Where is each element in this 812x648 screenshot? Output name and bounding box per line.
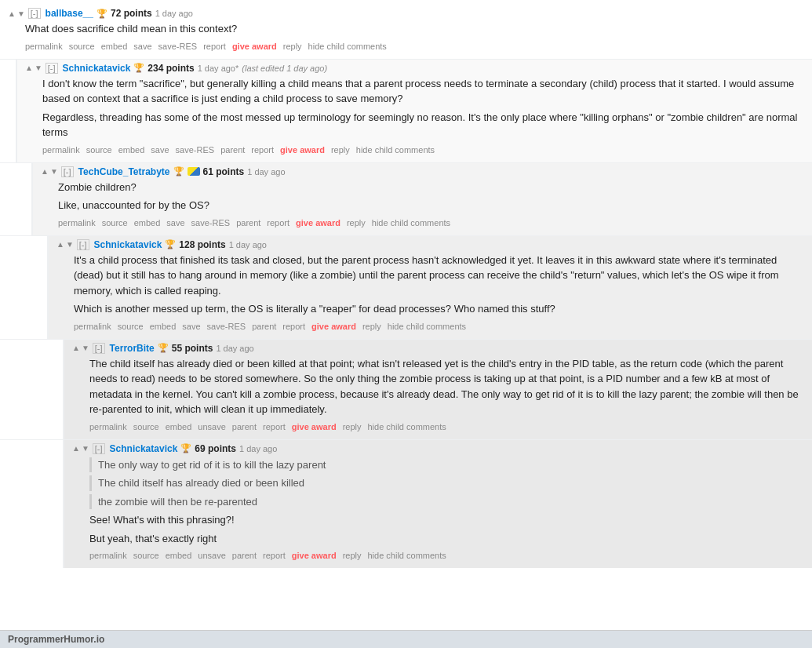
permalink-link[interactable]: permalink bbox=[74, 322, 111, 331]
save-link[interactable]: save bbox=[133, 42, 151, 51]
reply-link[interactable]: reply bbox=[283, 42, 302, 51]
give-award-link[interactable]: give award bbox=[232, 42, 277, 51]
vote-arrows[interactable]: ▲ ▼ bbox=[8, 9, 25, 18]
username[interactable]: Schnickatavick bbox=[94, 239, 162, 250]
vote-arrows[interactable]: ▲ ▼ bbox=[56, 240, 74, 249]
vote-arrows[interactable]: ▲ ▼ bbox=[41, 167, 58, 176]
collapse-button[interactable]: [-] bbox=[46, 63, 58, 74]
vote-arrows[interactable]: ▲ ▼ bbox=[25, 64, 42, 72]
report-link[interactable]: report bbox=[251, 145, 274, 155]
comment-text-0: Zombie children? bbox=[58, 180, 807, 195]
give-award-link[interactable]: give award bbox=[292, 422, 337, 431]
upvote-icon[interactable]: ▲ bbox=[72, 344, 80, 352]
upvote-icon[interactable]: ▲ bbox=[25, 64, 33, 72]
reply-link[interactable]: reply bbox=[343, 551, 362, 560]
save-link[interactable]: save bbox=[182, 322, 200, 331]
action-bar: permalink source embed unsave parent rep… bbox=[89, 549, 807, 565]
edited-label: (last edited 1 day ago) bbox=[242, 64, 327, 73]
embed-link[interactable]: embed bbox=[118, 145, 145, 155]
source-link[interactable]: source bbox=[102, 218, 128, 228]
parent-link[interactable]: parent bbox=[232, 422, 257, 431]
upvote-icon[interactable]: ▲ bbox=[41, 167, 49, 176]
give-award-link[interactable]: give award bbox=[311, 322, 356, 331]
give-award-link[interactable]: give award bbox=[296, 218, 340, 228]
permalink-link[interactable]: permalink bbox=[89, 551, 127, 560]
source-link[interactable]: source bbox=[133, 422, 159, 431]
give-award-link[interactable]: give award bbox=[280, 145, 325, 155]
reply-link[interactable]: reply bbox=[362, 322, 381, 331]
permalink-link[interactable]: permalink bbox=[25, 42, 63, 51]
report-link[interactable]: report bbox=[267, 218, 289, 228]
comment-text-1: But yeah, that's exactly right bbox=[89, 531, 807, 547]
embed-link[interactable]: embed bbox=[166, 551, 192, 560]
source-link[interactable]: source bbox=[86, 145, 112, 155]
username[interactable]: ballbase__ bbox=[46, 8, 93, 19]
report-link[interactable]: report bbox=[203, 42, 226, 51]
report-link[interactable]: report bbox=[282, 322, 305, 331]
comment-header: ▲ ▼ [-] Schnickatavick 🏆 128 points 1 da… bbox=[56, 239, 807, 250]
save-res-link[interactable]: save-RES bbox=[176, 145, 215, 155]
downvote-icon[interactable]: ▼ bbox=[35, 64, 42, 72]
source-link[interactable]: source bbox=[133, 551, 159, 560]
embed-link[interactable]: embed bbox=[166, 422, 192, 431]
upvote-icon[interactable]: ▲ bbox=[72, 444, 80, 453]
parent-link[interactable]: parent bbox=[236, 218, 260, 228]
points-label: 128 points bbox=[179, 239, 225, 250]
vote-arrows[interactable]: ▲ ▼ bbox=[72, 344, 89, 352]
parent-link[interactable]: parent bbox=[220, 145, 245, 155]
collapse-button[interactable]: [-] bbox=[61, 166, 74, 177]
upvote-icon[interactable]: ▲ bbox=[56, 240, 64, 249]
permalink-link[interactable]: permalink bbox=[89, 422, 127, 431]
upvote-icon[interactable]: ▲ bbox=[8, 9, 16, 18]
hide-child-comments-link[interactable]: hide child comments bbox=[372, 218, 450, 228]
username[interactable]: Schnickatavick bbox=[63, 63, 131, 74]
save-link[interactable]: save bbox=[151, 145, 169, 155]
unsave-link[interactable]: unsave bbox=[198, 422, 225, 431]
embed-link[interactable]: embed bbox=[150, 322, 177, 331]
report-link[interactable]: report bbox=[263, 422, 286, 431]
reply-link[interactable]: reply bbox=[343, 422, 362, 431]
downvote-icon[interactable]: ▼ bbox=[17, 9, 25, 18]
comment-body: The only way to get rid of it is to kill… bbox=[89, 457, 807, 547]
timestamp: 1 day ago bbox=[247, 167, 285, 177]
embed-link[interactable]: embed bbox=[134, 218, 161, 228]
reply-link[interactable]: reply bbox=[347, 218, 366, 228]
give-award-link[interactable]: give award bbox=[292, 551, 337, 560]
permalink-link[interactable]: permalink bbox=[42, 145, 80, 155]
save-link[interactable]: save bbox=[166, 218, 184, 228]
comment-text-0: See! What's with this phrasing?! bbox=[89, 512, 807, 528]
collapse-button[interactable]: [-] bbox=[93, 343, 105, 354]
action-bar: permalink source embed save save-RES par… bbox=[58, 217, 807, 232]
comment-row: ▲ ▼ [-] TerrorBite 🏆 55 points 1 day ago… bbox=[63, 340, 812, 439]
hide-child-comments-link[interactable]: hide child comments bbox=[356, 145, 435, 155]
username[interactable]: Schnickatavick bbox=[110, 443, 178, 454]
downvote-icon[interactable]: ▼ bbox=[82, 444, 89, 453]
collapse-button[interactable]: [-] bbox=[77, 239, 89, 250]
downvote-icon[interactable]: ▼ bbox=[50, 167, 58, 176]
save-res-link[interactable]: save-RES bbox=[207, 322, 246, 331]
collapse-button[interactable]: [-] bbox=[93, 443, 105, 454]
downvote-icon[interactable]: ▼ bbox=[82, 344, 89, 352]
parent-link[interactable]: parent bbox=[232, 551, 257, 560]
save-res-link[interactable]: save-RES bbox=[158, 42, 198, 51]
vote-arrows[interactable]: ▲ ▼ bbox=[72, 444, 89, 453]
embed-link[interactable]: embed bbox=[101, 42, 128, 51]
hide-child-comments-link[interactable]: hide child comments bbox=[388, 322, 466, 331]
reply-link[interactable]: reply bbox=[331, 145, 350, 155]
username[interactable]: TerrorBite bbox=[110, 343, 155, 354]
report-link[interactable]: report bbox=[263, 551, 286, 560]
collapse-button[interactable]: [-] bbox=[28, 8, 41, 19]
username[interactable]: TechCube_Tetrabyte bbox=[78, 166, 170, 177]
hide-child-comments-link[interactable]: hide child comments bbox=[308, 42, 387, 51]
downvote-icon[interactable]: ▼ bbox=[66, 240, 74, 249]
save-res-link[interactable]: save-RES bbox=[191, 218, 231, 228]
source-link[interactable]: source bbox=[118, 322, 144, 331]
hide-child-comments-link[interactable]: hide child comments bbox=[368, 551, 446, 560]
hide-child-comments-link[interactable]: hide child comments bbox=[368, 422, 446, 431]
parent-link[interactable]: parent bbox=[252, 322, 276, 331]
source-link[interactable]: source bbox=[69, 42, 95, 51]
unsave-link[interactable]: unsave bbox=[198, 551, 225, 560]
comment-header: ▲ ▼ [-] TechCube_Tetrabyte 🏆 61 points 1… bbox=[41, 166, 807, 177]
site-footer: ProgrammerHumor.io bbox=[0, 630, 812, 648]
permalink-link[interactable]: permalink bbox=[58, 218, 96, 228]
